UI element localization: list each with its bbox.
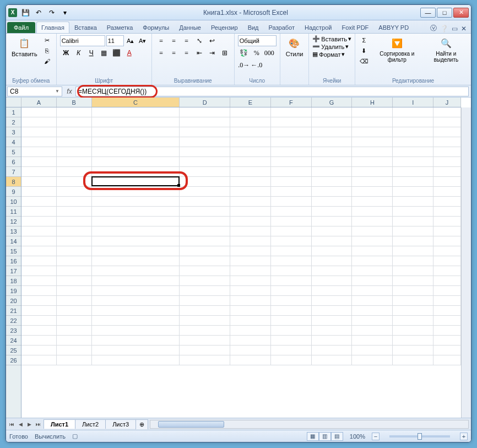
cell[interactable]	[92, 346, 180, 355]
cell[interactable]	[180, 107, 230, 117]
cell[interactable]	[92, 187, 180, 197]
cell[interactable]	[352, 137, 393, 147]
cell[interactable]	[312, 127, 353, 137]
cell[interactable]	[312, 187, 353, 197]
tab-home[interactable]: Главная	[36, 21, 69, 33]
wrap-text-button[interactable]: ↩	[206, 35, 218, 46]
cell[interactable]	[271, 256, 312, 266]
cell[interactable]	[433, 355, 461, 365]
cell[interactable]	[352, 316, 393, 326]
insert-cells-button[interactable]: ➕Вставить▾	[312, 35, 351, 42]
cell[interactable]	[433, 286, 461, 296]
column-header[interactable]: D	[180, 98, 230, 107]
sheet-last-button[interactable]: ⏭	[34, 420, 42, 429]
cell[interactable]	[57, 286, 92, 296]
cell[interactable]	[92, 117, 180, 127]
redo-button[interactable]: ↷	[46, 7, 58, 19]
cell[interactable]	[21, 107, 57, 117]
cell[interactable]	[180, 147, 230, 157]
align-top-button[interactable]: ≡	[155, 35, 167, 46]
cell[interactable]	[21, 147, 57, 157]
cell[interactable]	[312, 246, 353, 256]
cell[interactable]	[433, 266, 461, 276]
cell[interactable]	[57, 326, 92, 336]
cell[interactable]	[271, 177, 312, 187]
cell[interactable]	[92, 336, 180, 346]
cell[interactable]	[312, 316, 353, 326]
cell[interactable]	[352, 226, 393, 236]
cell[interactable]	[180, 117, 230, 127]
cell[interactable]	[21, 346, 57, 355]
cell[interactable]	[271, 296, 312, 306]
cell[interactable]	[433, 207, 461, 217]
row-header[interactable]: 4	[6, 137, 21, 147]
cell[interactable]	[271, 246, 312, 256]
cell[interactable]	[230, 207, 271, 217]
qat-dropdown[interactable]: ▾	[59, 7, 71, 19]
zoom-thumb[interactable]	[418, 433, 422, 440]
cell[interactable]	[433, 157, 461, 167]
row-header[interactable]: 20	[6, 296, 21, 306]
cell[interactable]	[352, 326, 393, 336]
status-calc[interactable]: Вычислить	[35, 433, 66, 440]
cell[interactable]	[92, 197, 180, 207]
cell[interactable]	[393, 157, 433, 167]
cell[interactable]	[230, 107, 271, 117]
cell[interactable]	[352, 256, 393, 266]
cell[interactable]	[312, 286, 353, 296]
column-header[interactable]: A	[21, 98, 57, 107]
clear-button[interactable]: ⌫	[359, 56, 370, 66]
minimize-button[interactable]: —	[420, 8, 436, 18]
font-color-button[interactable]: A	[123, 47, 135, 58]
fx-button[interactable]: fx	[63, 88, 75, 95]
cell[interactable]	[180, 276, 230, 286]
cell[interactable]	[57, 197, 92, 207]
font-name-select[interactable]	[60, 35, 105, 46]
page-layout-view-button[interactable]: ▥	[319, 432, 331, 441]
cell[interactable]	[312, 157, 353, 167]
cell[interactable]	[352, 266, 393, 276]
row-header[interactable]: 21	[6, 306, 21, 316]
cell[interactable]	[352, 127, 393, 137]
cell[interactable]	[393, 177, 433, 187]
cell[interactable]	[271, 306, 312, 316]
cell[interactable]	[230, 326, 271, 336]
cell[interactable]	[433, 336, 461, 346]
styles-button[interactable]: 🎨 Стили	[284, 35, 306, 58]
sheet-first-button[interactable]: ⏮	[7, 420, 16, 429]
vertical-scrollbar[interactable]	[461, 107, 471, 418]
cell[interactable]	[92, 296, 180, 306]
cell[interactable]	[352, 306, 393, 316]
cell[interactable]	[21, 276, 57, 286]
cell[interactable]	[271, 355, 312, 365]
cell[interactable]	[271, 316, 312, 326]
cell[interactable]	[230, 217, 271, 226]
cell[interactable]	[433, 147, 461, 157]
cell[interactable]	[352, 197, 393, 207]
cell[interactable]	[230, 167, 271, 177]
bold-button[interactable]: Ж	[60, 47, 72, 58]
cell[interactable]	[433, 127, 461, 137]
cell[interactable]	[92, 236, 180, 246]
cell[interactable]	[271, 197, 312, 207]
row-header[interactable]: 3	[6, 127, 21, 137]
cell[interactable]	[393, 117, 433, 127]
cell[interactable]	[92, 226, 180, 236]
cell[interactable]	[393, 246, 433, 256]
row-header[interactable]: 26	[6, 355, 21, 365]
shrink-font-button[interactable]: A▾	[137, 36, 148, 46]
cell[interactable]	[352, 346, 393, 355]
cell[interactable]	[57, 246, 92, 256]
cell[interactable]	[230, 137, 271, 147]
cell[interactable]	[180, 177, 230, 187]
cell[interactable]	[180, 226, 230, 236]
cell[interactable]	[57, 316, 92, 326]
cell[interactable]	[21, 127, 57, 137]
formula-input[interactable]: =МЕСЯЦ(СЕГОДНЯ()) =МЕСЯЦ(СЕГОДНЯ())	[75, 87, 469, 96]
sheet-next-button[interactable]: ▶	[25, 420, 34, 429]
zoom-in-button[interactable]: +	[460, 433, 468, 440]
cell[interactable]	[433, 177, 461, 187]
cell[interactable]	[57, 217, 92, 226]
macro-record-icon[interactable]: ▢	[72, 433, 78, 440]
cell[interactable]	[312, 326, 353, 336]
